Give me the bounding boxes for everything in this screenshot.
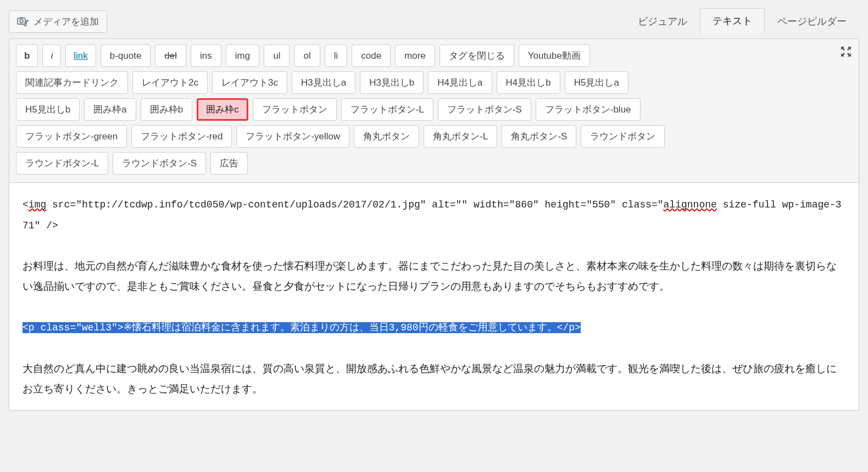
spell-error: alignnone <box>664 199 717 210</box>
editor-paragraph: 大自然のど真ん中に建つ眺めの良い当温泉宿には、質の高い泉質と、開放感あふれる色鮮… <box>23 363 837 395</box>
qt-ol[interactable]: ol <box>294 44 320 67</box>
qt-ul[interactable]: ul <box>264 44 290 67</box>
qt-pill-btn-l[interactable]: ラウンドボタン-L <box>16 152 108 175</box>
tab-pagebuilder[interactable]: ページビルダー <box>765 9 859 33</box>
quicktags-row-1: b i link b-quote del ins img ul ol li co… <box>16 44 852 67</box>
qt-round-btn[interactable]: 角丸ボタン <box>354 125 419 148</box>
qt-b[interactable]: b <box>16 44 38 67</box>
content-textarea[interactable]: <img src="http://tcdwp.info/tcd050/wp-co… <box>9 183 859 411</box>
qt-flat-btn-yellow[interactable]: フラットボタン-yellow <box>236 125 349 148</box>
quicktags-row-4: フラットボタン-green フラットボタン-red フラットボタン-yellow… <box>16 125 852 148</box>
qt-pill-btn-s[interactable]: ラウンドボタン-S <box>113 152 206 175</box>
qt-i[interactable]: i <box>42 44 61 67</box>
qt-li[interactable]: li <box>325 44 348 67</box>
qt-round-btn-l[interactable]: 角丸ボタン-L <box>424 125 497 148</box>
fullscreen-icon[interactable] <box>840 46 852 59</box>
qt-b-quote[interactable]: b-quote <box>101 44 151 67</box>
qt-flat-btn[interactable]: フラットボタン <box>253 98 337 121</box>
qt-flat-btn-green[interactable]: フラットボタン-green <box>16 125 127 148</box>
qt-h3b[interactable]: H3見出しb <box>360 71 424 94</box>
qt-youtube[interactable]: Youtube動画 <box>519 44 590 67</box>
qt-ins[interactable]: ins <box>191 44 221 67</box>
add-media-label: メディアを追加 <box>34 15 99 28</box>
quicktags-toolbar: b i link b-quote del ins img ul ol li co… <box>9 38 859 183</box>
code-fragment: <img src="http://tcdwp.info/tcd050/wp-co… <box>23 199 842 231</box>
qt-h4b[interactable]: H4見出しb <box>497 71 560 94</box>
qt-h5b[interactable]: H5見出しb <box>16 98 80 121</box>
qt-h3a[interactable]: H3見出しa <box>292 71 355 94</box>
qt-box-b[interactable]: 囲み枠b <box>141 98 192 121</box>
tab-text[interactable]: テキスト <box>700 8 765 33</box>
qt-round-btn-s[interactable]: 角丸ボタン-S <box>502 125 576 148</box>
qt-box-a[interactable]: 囲み枠a <box>84 98 136 121</box>
editor-tabs: ビジュアル テキスト ページビルダー <box>625 8 859 33</box>
quicktags-row-3: H5見出しb 囲み枠a 囲み枠b 囲み枠c フラットボタン フラットボタン-L … <box>16 98 852 121</box>
qt-img[interactable]: img <box>226 44 259 67</box>
qt-flat-btn-red[interactable]: フラットボタン-red <box>131 125 232 148</box>
editor-paragraph: お料理は、地元の自然が育んだ滋味豊かな食材を使った懐石料理が楽しめます。器にまで… <box>23 260 837 292</box>
add-media-button[interactable]: メディアを追加 <box>9 10 107 33</box>
qt-related-card-link[interactable]: 関連記事カードリンク <box>16 71 128 94</box>
qt-pill-btn[interactable]: ラウンドボタン <box>581 125 665 148</box>
qt-link[interactable]: link <box>65 44 96 67</box>
qt-code[interactable]: code <box>352 44 391 67</box>
qt-h5a[interactable]: H5見出しa <box>565 71 628 94</box>
quicktags-row-2: 関連記事カードリンク レイアウト2c レイアウト3c H3見出しa H3見出しb… <box>16 71 852 94</box>
qt-close-tags[interactable]: タグを閉じる <box>439 44 514 67</box>
qt-layout-2c[interactable]: レイアウト2c <box>132 71 208 94</box>
editor-selection: <p class="well3">※懐石料理は宿泊料金に含まれます。素泊まりの方… <box>23 322 581 333</box>
qt-more[interactable]: more <box>395 44 435 67</box>
qt-ad[interactable]: 広告 <box>210 152 248 175</box>
quicktags-row-5: ラウンドボタン-L ラウンドボタン-S 広告 <box>16 152 852 175</box>
spell-error: img <box>29 199 46 210</box>
tab-visual[interactable]: ビジュアル <box>625 9 700 33</box>
qt-h4a[interactable]: H4見出しa <box>428 71 492 94</box>
editor-top-row: メディアを追加 ビジュアル テキスト ページビルダー <box>9 8 859 33</box>
qt-box-c[interactable]: 囲み枠c <box>197 98 248 121</box>
qt-flat-btn-l[interactable]: フラットボタン-L <box>341 98 433 121</box>
qt-flat-btn-s[interactable]: フラットボタン-S <box>438 98 531 121</box>
svg-point-1 <box>20 19 23 23</box>
qt-del[interactable]: del <box>155 44 186 67</box>
qt-layout-3c[interactable]: レイアウト3c <box>212 71 287 94</box>
camera-music-icon <box>17 16 29 27</box>
qt-flat-btn-blue[interactable]: フラットボタン-blue <box>536 98 641 121</box>
editor-panel: メディアを追加 ビジュアル テキスト ページビルダー b i link b-qu… <box>0 0 868 411</box>
svg-rect-2 <box>20 17 23 19</box>
